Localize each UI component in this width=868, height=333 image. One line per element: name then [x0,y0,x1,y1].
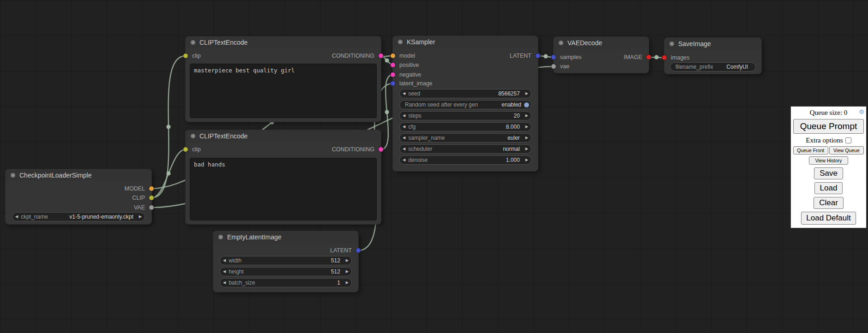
increment-arrow-icon[interactable]: ▶ [523,145,531,153]
filename-prefix-widget[interactable]: filename_prefix ComfyUI [670,62,756,71]
collapse-dot-icon[interactable] [218,235,223,239]
collapse-dot-icon[interactable] [191,134,195,138]
steps-widget[interactable]: ◀ steps 20 ▶ [399,111,531,120]
images-input-slot[interactable] [662,55,667,60]
extra-options-row: Extra options [793,137,864,144]
node-title-bar[interactable]: KSampler [393,36,538,48]
model-input-slot[interactable] [391,54,395,58]
decrement-arrow-icon[interactable]: ◀ [220,256,229,265]
decrement-arrow-icon[interactable]: ◀ [12,213,21,221]
queue-size-label: Queue size: 0 [810,109,848,116]
decrement-arrow-icon[interactable]: ◀ [220,268,229,276]
negative-input-slot[interactable] [391,72,395,77]
increment-arrow-icon[interactable]: ▶ [136,213,145,221]
input-label: images [671,54,689,61]
node-title-bar[interactable]: CheckpointLoaderSimple [6,169,151,181]
increment-arrow-icon[interactable]: ▶ [523,156,531,164]
collapse-dot-icon[interactable] [559,41,563,45]
decrement-arrow-icon[interactable]: ◀ [400,112,408,120]
comfyui-menu-panel: Queue size: 0 ⚙ Queue Prompt Extra optio… [790,106,867,228]
decrement-arrow-icon[interactable]: ◀ [400,134,408,142]
width-widget[interactable]: ◀ width 512 ▶ [220,256,352,265]
load-default-button[interactable]: Load Default [801,212,856,225]
node-checkpoint-loader[interactable]: CheckpointLoaderSimple MODEL CLIP VAE ◀ … [6,169,151,224]
collapse-dot-icon[interactable] [669,42,674,46]
batch-size-widget[interactable]: ◀ batch_size 1 ▶ [220,278,352,287]
conditioning-output-slot[interactable] [379,147,383,152]
positive-prompt-textarea[interactable]: masterpiece best quality girl [190,64,377,118]
clip-input-slot[interactable] [183,54,188,58]
node-title-bar[interactable]: EmptyLatentImage [213,231,358,243]
increment-arrow-icon[interactable]: ▶ [343,256,351,265]
latent-output-slot[interactable] [536,54,540,58]
increment-arrow-icon[interactable]: ▶ [523,112,531,120]
random-seed-toggle-widget[interactable]: Random seed after every gen enabled [399,100,531,109]
seed-widget[interactable]: ◀ seed 8566257 ▶ [399,89,531,98]
clip-input-slot[interactable] [183,147,188,152]
decrement-arrow-icon[interactable]: ◀ [400,123,408,131]
node-title-bar[interactable]: VAEDecode [554,37,649,49]
collapse-dot-icon[interactable] [11,173,15,178]
output-latent: LATENT [330,247,358,254]
input-vae: vae [554,63,569,70]
collapse-dot-icon[interactable] [191,40,195,45]
node-title-bar[interactable]: CLIPTextEncode [186,36,381,48]
increment-arrow-icon[interactable]: ▶ [343,279,351,287]
widget-label: width [229,257,241,264]
queue-front-button[interactable]: Queue Front [793,146,828,155]
increment-arrow-icon[interactable]: ▶ [523,134,531,142]
node-save-image[interactable]: SaveImage images filename_prefix ComfyUI [664,38,761,74]
node-ksampler[interactable]: KSampler model positive negative latent_… [393,36,538,171]
load-button[interactable]: Load [814,182,843,194]
toggle-on-icon[interactable] [524,102,529,107]
conditioning-output-slot[interactable] [379,54,383,58]
node-empty-latent-image[interactable]: EmptyLatentImage LATENT ◀ width 512 ▶ ◀ … [213,231,358,292]
model-output-slot[interactable] [149,186,154,191]
output-label: VAE [134,204,145,211]
node-clip-text-encode-negative[interactable]: CLIPTextEncode clip CONDITIONING bad han… [186,130,381,224]
latent-output-slot[interactable] [356,248,361,253]
scheduler-widget[interactable]: ◀ scheduler normal ▶ [399,144,531,154]
collapse-dot-icon[interactable] [398,40,403,44]
decrement-arrow-icon[interactable]: ◀ [400,156,408,164]
node-vae-decode[interactable]: VAEDecode samples vae IMAGE [554,37,649,73]
node-title-bar[interactable]: SaveImage [664,38,761,50]
widget-label: batch_size [229,279,255,286]
increment-arrow-icon[interactable]: ▶ [523,89,531,98]
height-widget[interactable]: ◀ height 512 ▶ [220,267,352,276]
queue-prompt-button[interactable]: Queue Prompt [793,119,864,134]
clear-button[interactable]: Clear [814,197,844,209]
widget-value: enabled [501,101,521,108]
input-label: clip [192,146,201,153]
settings-gear-icon[interactable]: ⚙ [859,108,864,115]
increment-arrow-icon[interactable]: ▶ [523,123,531,131]
view-history-button[interactable]: View History [809,156,848,165]
input-negative: negative [393,71,421,78]
node-graph-canvas[interactable]: CheckpointLoaderSimple MODEL CLIP VAE ◀ … [0,0,868,333]
clip-output-slot[interactable] [149,196,154,200]
negative-prompt-textarea[interactable]: bad hands [190,158,377,220]
vae-input-slot[interactable] [551,64,556,69]
decrement-arrow-icon[interactable]: ◀ [220,279,229,287]
decrement-arrow-icon[interactable]: ◀ [400,145,408,153]
node-title: CheckpointLoaderSimple [19,172,91,179]
ckpt-name-widget[interactable]: ◀ ckpt_name v1-5-pruned-emaonly.ckpt ▶ [12,212,145,221]
widget-label: Random seed after every gen [405,101,478,108]
cfg-widget[interactable]: ◀ cfg 8.000 ▶ [399,122,531,131]
decrement-arrow-icon[interactable]: ◀ [400,89,408,98]
image-output-slot[interactable] [646,55,651,59]
vae-output-slot[interactable] [149,205,154,210]
positive-input-slot[interactable] [391,63,395,67]
latent-image-input-slot[interactable] [391,81,395,86]
extra-options-checkbox[interactable] [845,137,851,143]
node-clip-text-encode-positive[interactable]: CLIPTextEncode clip CONDITIONING masterp… [186,36,381,122]
output-label: CONDITIONING [332,146,374,153]
sampler-name-widget[interactable]: ◀ sampler_name euler ▶ [399,133,531,143]
save-button[interactable]: Save [814,167,843,179]
node-title-bar[interactable]: CLIPTextEncode [186,130,381,142]
denoise-widget[interactable]: ◀ denoise 1.000 ▶ [399,155,531,165]
increment-arrow-icon[interactable]: ▶ [343,268,351,276]
view-queue-button[interactable]: View Queue [829,146,864,155]
samples-input-slot[interactable] [551,55,556,59]
output-label: IMAGE [624,54,642,60]
